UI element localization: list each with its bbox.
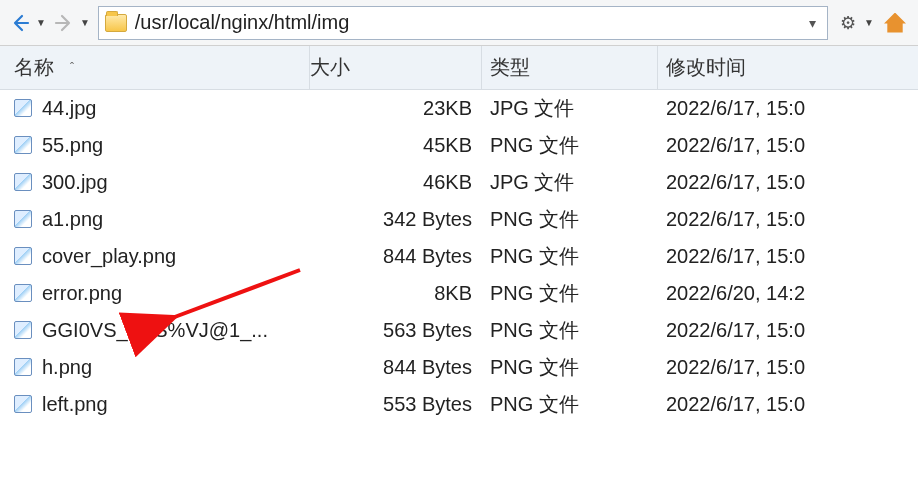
- file-type: PNG 文件: [482, 354, 658, 381]
- back-history-dropdown[interactable]: ▼: [36, 17, 46, 28]
- column-header-date[interactable]: 修改时间: [658, 54, 918, 81]
- folder-icon: [105, 14, 127, 32]
- image-file-icon: [14, 99, 32, 117]
- file-date: 2022/6/17, 15:0: [658, 393, 918, 416]
- toolbar: ▼ ▼ /usr/local/nginx/html/img ▾ ⚙ ▼: [0, 0, 918, 46]
- image-file-icon: [14, 173, 32, 191]
- image-file-icon: [14, 321, 32, 339]
- file-size: 563 Bytes: [310, 319, 482, 342]
- file-name: GGI0VS_7GS%VJ@1_...: [42, 319, 268, 342]
- image-file-icon: [14, 395, 32, 413]
- file-type: PNG 文件: [482, 206, 658, 233]
- file-list: 44.jpg 23KB JPG 文件 2022/6/17, 15:0 55.pn…: [0, 90, 918, 423]
- column-header-name[interactable]: 名称 ˆ: [0, 46, 310, 89]
- file-row[interactable]: h.png 844 Bytes PNG 文件 2022/6/17, 15:0: [0, 349, 918, 386]
- column-headers: 名称 ˆ 大小 类型 修改时间: [0, 46, 918, 90]
- image-file-icon: [14, 136, 32, 154]
- file-name: 55.png: [42, 134, 103, 157]
- address-dropdown[interactable]: ▾: [803, 15, 821, 31]
- settings-dropdown[interactable]: ▼: [864, 17, 874, 28]
- address-path: /usr/local/nginx/html/img: [135, 11, 795, 34]
- forward-button[interactable]: [50, 9, 78, 37]
- file-name: error.png: [42, 282, 122, 305]
- file-date: 2022/6/20, 14:2: [658, 282, 918, 305]
- file-type: PNG 文件: [482, 243, 658, 270]
- file-name: left.png: [42, 393, 108, 416]
- file-date: 2022/6/17, 15:0: [658, 97, 918, 120]
- file-name: a1.png: [42, 208, 103, 231]
- column-header-size[interactable]: 大小: [310, 46, 482, 89]
- file-size: 23KB: [310, 97, 482, 120]
- file-row[interactable]: left.png 553 Bytes PNG 文件 2022/6/17, 15:…: [0, 386, 918, 423]
- column-header-size-label: 大小: [310, 54, 350, 81]
- file-type: PNG 文件: [482, 391, 658, 418]
- column-header-type-label: 类型: [490, 54, 530, 81]
- file-name: h.png: [42, 356, 92, 379]
- toolbar-right: ⚙ ▼: [840, 12, 912, 34]
- file-size: 342 Bytes: [310, 208, 482, 231]
- image-file-icon: [14, 358, 32, 376]
- file-row[interactable]: a1.png 342 Bytes PNG 文件 2022/6/17, 15:0: [0, 201, 918, 238]
- image-file-icon: [14, 247, 32, 265]
- file-size: 46KB: [310, 171, 482, 194]
- column-header-date-label: 修改时间: [666, 56, 746, 78]
- image-file-icon: [14, 284, 32, 302]
- file-type: JPG 文件: [482, 169, 658, 196]
- file-date: 2022/6/17, 15:0: [658, 134, 918, 157]
- file-size: 8KB: [310, 282, 482, 305]
- file-date: 2022/6/17, 15:0: [658, 245, 918, 268]
- column-header-name-label: 名称: [14, 54, 54, 81]
- file-date: 2022/6/17, 15:0: [658, 356, 918, 379]
- file-name: 44.jpg: [42, 97, 97, 120]
- file-type: PNG 文件: [482, 280, 658, 307]
- home-icon[interactable]: [884, 13, 906, 33]
- file-size: 844 Bytes: [310, 356, 482, 379]
- file-date: 2022/6/17, 15:0: [658, 171, 918, 194]
- file-row[interactable]: 44.jpg 23KB JPG 文件 2022/6/17, 15:0: [0, 90, 918, 127]
- file-size: 553 Bytes: [310, 393, 482, 416]
- file-name: cover_play.png: [42, 245, 176, 268]
- address-bar[interactable]: /usr/local/nginx/html/img ▾: [98, 6, 828, 40]
- file-type: JPG 文件: [482, 95, 658, 122]
- file-row[interactable]: 300.jpg 46KB JPG 文件 2022/6/17, 15:0: [0, 164, 918, 201]
- file-date: 2022/6/17, 15:0: [658, 319, 918, 342]
- file-type: PNG 文件: [482, 317, 658, 344]
- column-header-type[interactable]: 类型: [482, 46, 658, 89]
- file-type: PNG 文件: [482, 132, 658, 159]
- file-row[interactable]: cover_play.png 844 Bytes PNG 文件 2022/6/1…: [0, 238, 918, 275]
- file-name: 300.jpg: [42, 171, 108, 194]
- file-size: 45KB: [310, 134, 482, 157]
- file-row[interactable]: error.png 8KB PNG 文件 2022/6/20, 14:2: [0, 275, 918, 312]
- file-size: 844 Bytes: [310, 245, 482, 268]
- forward-history-dropdown[interactable]: ▼: [80, 17, 90, 28]
- file-row[interactable]: GGI0VS_7GS%VJ@1_... 563 Bytes PNG 文件 202…: [0, 312, 918, 349]
- image-file-icon: [14, 210, 32, 228]
- sort-indicator-icon: ˆ: [70, 61, 74, 75]
- file-date: 2022/6/17, 15:0: [658, 208, 918, 231]
- file-row[interactable]: 55.png 45KB PNG 文件 2022/6/17, 15:0: [0, 127, 918, 164]
- back-button[interactable]: [6, 9, 34, 37]
- settings-icon[interactable]: ⚙: [840, 12, 856, 34]
